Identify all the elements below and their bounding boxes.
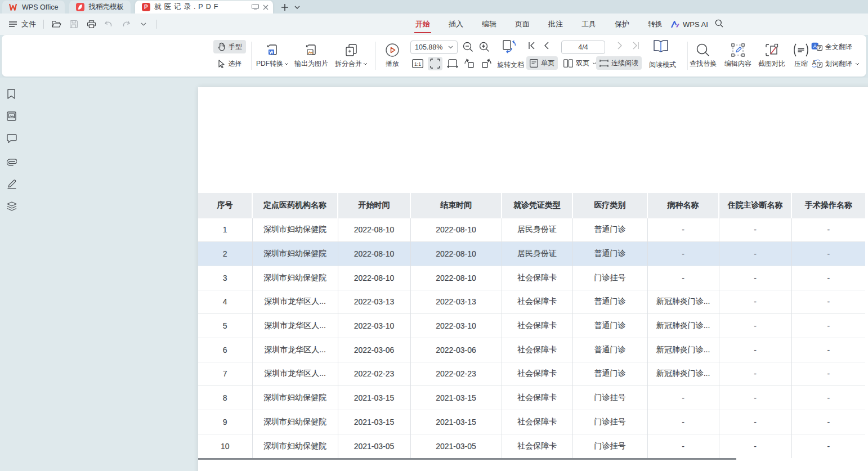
- play-button[interactable]: 播放: [381, 39, 404, 72]
- table-cell: 社会保障卡: [502, 410, 572, 434]
- read-mode-book-icon[interactable]: [652, 39, 669, 54]
- menu-insert[interactable]: 插入: [448, 14, 464, 35]
- table-cell: 2022-03-06: [338, 338, 410, 362]
- menu-protect[interactable]: 保护: [614, 14, 630, 35]
- hand-tool-label: 手型: [229, 42, 242, 52]
- close-tab-icon[interactable]: [263, 5, 269, 10]
- hamburger-icon[interactable]: [8, 19, 18, 29]
- menu-home[interactable]: 开始: [414, 14, 431, 35]
- continuous-read-button[interactable]: 连续阅读: [596, 56, 642, 70]
- tab-document-pdf[interactable]: P 就医记录.PDF: [135, 1, 273, 14]
- table-row: 4深圳市龙华区人...2022-03-132022-03-13社会保障卡普通门诊…: [198, 290, 865, 314]
- table-row: 3深圳市妇幼保健院2022-08-102022-08-10社会保障卡门诊挂号--…: [198, 266, 865, 290]
- next-page-icon[interactable]: [617, 42, 623, 50]
- last-page-icon[interactable]: [632, 42, 639, 50]
- docer-logo-icon: [76, 3, 84, 11]
- zoom-in-icon[interactable]: [479, 42, 490, 52]
- new-tab-icon[interactable]: [281, 3, 289, 11]
- tab-docer-templates[interactable]: 找稻壳模板: [69, 1, 131, 14]
- menu-convert[interactable]: 转换: [647, 14, 664, 35]
- table-cell: 9: [198, 410, 252, 434]
- table-cell: 深圳市妇幼保健院: [252, 242, 338, 266]
- pdf-page[interactable]: 序号 定点医药机构名称 开始时间 结束时间 就诊凭证类型 医疗类别 病种名称 住…: [198, 87, 868, 471]
- pdf-convert-button[interactable]: PDF转换: [255, 39, 290, 72]
- wps-ai-label: WPS AI: [683, 20, 708, 29]
- attachment-icon[interactable]: [7, 156, 18, 168]
- menu-bar: 文件 开始 插入 编辑 页面 批注 工具 保护 转换: [0, 14, 868, 35]
- rotate-document-label[interactable]: 旋转文档: [497, 60, 524, 70]
- search-icon[interactable]: [715, 19, 723, 28]
- single-page-label: 单页: [541, 59, 554, 68]
- zoom-out-icon[interactable]: [463, 42, 473, 52]
- fit-width-button[interactable]: [428, 57, 442, 70]
- read-mode-label[interactable]: 阅读模式: [649, 60, 676, 70]
- menu-page[interactable]: 页面: [514, 14, 531, 35]
- table-cell: -: [791, 434, 865, 458]
- open-folder-icon[interactable]: [51, 19, 61, 29]
- col-header: 定点医药机构名称: [252, 193, 338, 218]
- hand-tool-button[interactable]: 手型: [213, 40, 246, 53]
- table-cell: 深圳市妇幼保健院: [252, 386, 338, 410]
- find-replace-label: 查找替换: [690, 59, 717, 69]
- menu-comment[interactable]: 批注: [547, 14, 564, 35]
- wps-ai-logo-icon: [671, 21, 679, 28]
- save-icon[interactable]: [69, 19, 79, 29]
- table-cell: -: [719, 434, 791, 458]
- table-cell: -: [719, 386, 791, 410]
- print-icon[interactable]: [86, 19, 96, 29]
- table-cell: -: [647, 218, 719, 242]
- zoom-level-select[interactable]: 105.88%: [410, 41, 458, 54]
- comment-icon[interactable]: [7, 134, 18, 145]
- double-page-label: 双页: [576, 59, 589, 68]
- undo-redo-chevron-icon[interactable]: [138, 19, 149, 29]
- chevron-down-icon: [284, 62, 289, 65]
- table-cell: 普通门诊: [572, 338, 647, 362]
- thumbnail-icon[interactable]: [7, 111, 18, 123]
- table-cell: -: [647, 242, 719, 266]
- layers-icon[interactable]: [7, 201, 18, 213]
- rotate-left-icon[interactable]: [462, 57, 477, 70]
- prev-page-icon[interactable]: [544, 42, 549, 50]
- wps-ai-button[interactable]: WPS AI: [671, 14, 708, 35]
- page-number-input[interactable]: 4/4: [561, 41, 605, 54]
- file-menu[interactable]: 文件: [21, 19, 36, 29]
- tab-list-chevron-icon[interactable]: [294, 6, 300, 9]
- table-cell: 2022-08-10: [338, 266, 410, 290]
- device-sync-icon[interactable]: [252, 4, 259, 10]
- redo-icon[interactable]: [121, 19, 131, 29]
- table-cell: 新冠肺炎门诊...: [647, 338, 719, 362]
- table-cell: 2022-08-10: [410, 218, 502, 242]
- actual-size-button[interactable]: 1:1: [410, 57, 425, 70]
- tab-wps-home[interactable]: WPS Office: [2, 1, 65, 14]
- menu-tools[interactable]: 工具: [580, 14, 597, 35]
- table-cell: 2022-08-10: [338, 218, 410, 242]
- single-page-button[interactable]: 单页: [526, 56, 558, 70]
- rotate-right-icon[interactable]: [479, 57, 494, 70]
- table-cell: 普通门诊: [572, 290, 647, 314]
- col-header: 结束时间: [410, 193, 502, 218]
- first-page-icon[interactable]: [528, 42, 536, 50]
- edit-content-button[interactable]: 编辑内容: [721, 39, 755, 72]
- table-cell: 深圳市龙华区人...: [252, 362, 338, 386]
- double-page-button[interactable]: 双页: [560, 56, 600, 70]
- menu-edit[interactable]: 编辑: [481, 14, 498, 35]
- split-merge-button[interactable]: 拆分合并: [333, 39, 370, 72]
- select-tool-button[interactable]: 选择: [213, 57, 246, 70]
- screenshot-compare-button[interactable]: 截图对比: [755, 39, 789, 72]
- full-text-translate-button[interactable]: A 全文翻译: [808, 40, 856, 53]
- table-cell: -: [647, 266, 719, 290]
- tab-label: WPS Office: [22, 3, 58, 11]
- rotate-document-icon[interactable]: [502, 39, 517, 54]
- signature-pen-icon[interactable]: [7, 179, 18, 190]
- pdf-logo-icon: P: [142, 3, 150, 11]
- undo-icon[interactable]: [104, 19, 114, 29]
- table-cell: 门诊挂号: [572, 434, 647, 458]
- find-replace-button[interactable]: 查找替换: [686, 39, 720, 72]
- export-image-button[interactable]: 输出为图片: [292, 39, 330, 72]
- table-cell: 4: [198, 290, 252, 314]
- table-cell: 社会保障卡: [502, 338, 572, 362]
- table-cell: 2021-03-15: [338, 386, 410, 410]
- fit-page-button[interactable]: [445, 57, 460, 70]
- bookmark-icon[interactable]: [7, 89, 18, 100]
- word-translate-button[interactable]: A 划词翻译: [808, 57, 863, 70]
